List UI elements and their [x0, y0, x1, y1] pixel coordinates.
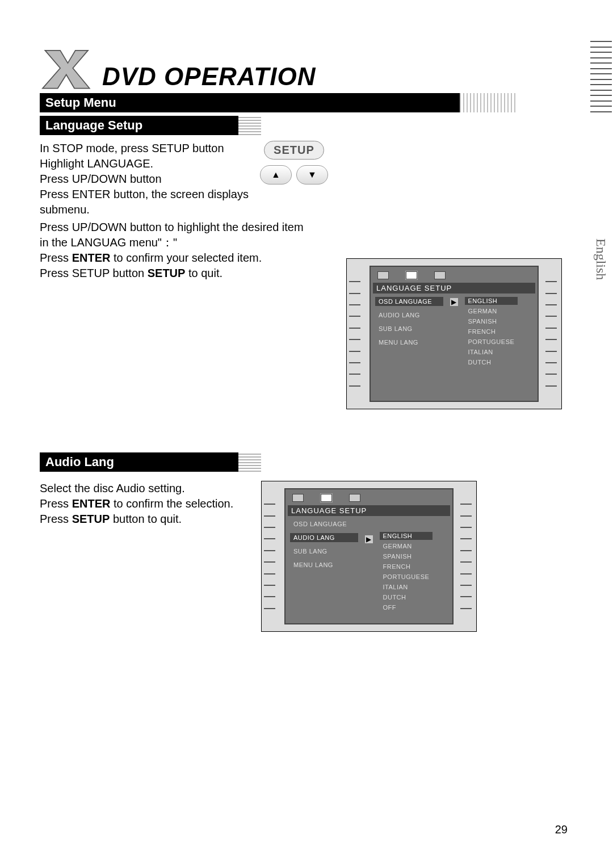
osd-right-option: PORTUGUESE: [380, 573, 433, 581]
osd-title: LANGUAGE SETUP: [373, 283, 535, 293]
setup-bold: SETUP: [148, 267, 186, 279]
osd-right-option: ITALIAN: [465, 348, 518, 356]
osd-tab-icons: [375, 270, 533, 283]
text: Press: [40, 251, 72, 264]
osd-right-option: PORTUGUESE: [465, 338, 518, 346]
text: Press SETUP button: [40, 267, 148, 279]
section2-instructions: Select the disc Audio setting. Press ENT…: [40, 481, 244, 527]
instr-line: Highlight LANGUAGE.: [40, 156, 249, 171]
setup-button-illustration: SETUP: [264, 141, 324, 160]
text: to confirm the selection.: [110, 497, 233, 510]
instr-line: Press UP/DOWN button: [40, 171, 249, 187]
text: to confirm your selected item.: [110, 251, 262, 264]
instr-line: In STOP mode, press SETUP button: [40, 141, 249, 156]
instr-line: Press UP/DOWN button to highlight the de…: [40, 220, 448, 235]
setup-menu-bar: Setup Menu: [40, 93, 460, 112]
osd-screenshot-2: LANGUAGE SETUP OSD LANGUAGEAUDIO LANGSUB…: [261, 481, 477, 632]
instr-line: submenu.: [40, 202, 249, 217]
osd-left-item: AUDIO LANG: [290, 533, 358, 542]
osd-right-arrow-icon: ▶: [450, 298, 458, 306]
osd-left-item: SUB LANG: [375, 324, 443, 333]
osd-menu-left: OSD LANGUAGEAUDIO LANGSUB LANGMENU LANG: [375, 297, 443, 366]
instr-line: Select the disc Audio setting.: [40, 481, 244, 496]
osd-right-option: ENGLISH: [380, 532, 433, 540]
osd-screenshot-1: LANGUAGE SETUP OSD LANGUAGEAUDIO LANGSUB…: [346, 258, 562, 409]
remote-buttons-illustration: SETUP ▲ ▼: [260, 141, 328, 184]
osd-tab-icon-selected: [406, 271, 417, 279]
osd-right-option: FRENCH: [465, 328, 518, 336]
text: to quit.: [185, 267, 222, 279]
osd-right-option: DUTCH: [465, 358, 518, 366]
osd-title: LANGUAGE SETUP: [288, 505, 450, 516]
instr-line: Press ENTER to confirm the selection.: [40, 496, 244, 511]
manual-page: English DVD OPERATION Setup Menu Languag…: [0, 0, 613, 868]
down-arrow-icon: ▼: [296, 165, 328, 184]
brand-logo-x-icon: [40, 45, 91, 91]
side-tab-english: English: [593, 238, 608, 280]
osd-left-item: OSD LANGUAGE: [375, 297, 443, 306]
osd-left-item: OSD LANGUAGE: [290, 519, 358, 529]
section2-body: Select the disc Audio setting. Press ENT…: [40, 481, 573, 632]
osd-tab-icon: [292, 494, 304, 502]
osd-menu-right: ENGLISHGERMANSPANISHFRENCHPORTUGUESEITAL…: [465, 297, 518, 366]
section1-instructions: In STOP mode, press SETUP button Highlig…: [40, 141, 249, 217]
arrow-buttons-row: ▲ ▼: [260, 165, 328, 184]
osd-right-option: DUTCH: [380, 593, 433, 601]
osd-left-dashes: [264, 498, 278, 614]
section-heading-audio-lang: Audio Lang: [40, 452, 238, 472]
osd-left-item: AUDIO LANG: [375, 311, 443, 320]
thumb-index-lines: [590, 40, 613, 114]
osd-columns: OSD LANGUAGEAUDIO LANGSUB LANGMENU LANG …: [375, 297, 533, 366]
osd-right-option: FRENCH: [380, 563, 433, 571]
osd-right-arrow-icon: ▶: [365, 535, 373, 543]
osd-right-option: GERMAN: [465, 307, 518, 315]
osd-tab-icon: [434, 271, 446, 279]
osd-tab-icons: [290, 493, 448, 505]
osd-tab-icon-selected: [321, 494, 332, 502]
osd-inner: LANGUAGE SETUP OSD LANGUAGEAUDIO LANGSUB…: [370, 266, 539, 402]
thumb-index: [590, 40, 613, 114]
text: Press: [40, 497, 72, 510]
osd-inner: LANGUAGE SETUP OSD LANGUAGEAUDIO LANGSUB…: [284, 488, 454, 624]
enter-bold: ENTER: [72, 497, 111, 510]
section1-body: In STOP mode, press SETUP button Highlig…: [40, 141, 573, 217]
osd-left-item: SUB LANG: [290, 547, 358, 556]
osd-right-option: ITALIAN: [380, 583, 433, 591]
osd-columns: OSD LANGUAGEAUDIO LANGSUB LANGMENU LANG …: [290, 519, 448, 611]
page-number: 29: [555, 823, 568, 836]
osd-right-option: ENGLISH: [465, 297, 518, 305]
osd-right-dashes: [545, 276, 559, 392]
up-arrow-icon: ▲: [260, 165, 292, 184]
setup-bold: SETUP: [72, 513, 110, 525]
osd-tab-icon: [349, 494, 360, 502]
section-heading-label: Language Setup: [45, 118, 142, 132]
osd-right-dashes: [460, 498, 474, 614]
instr-line: Press SETUP button to quit.: [40, 511, 244, 527]
instr-line: Press ENTER button, the screen displays: [40, 187, 249, 202]
setup-menu-label: Setup Menu: [45, 95, 116, 110]
osd-left-dashes: [349, 276, 363, 392]
instr-line: in the LANGUAG menu"：": [40, 235, 448, 250]
section-heading-language-setup: Language Setup: [40, 116, 238, 135]
osd-left-item: MENU LANG: [290, 560, 358, 569]
text: Press: [40, 513, 72, 525]
osd-right-option: SPANISH: [465, 317, 518, 325]
page-header: DVD OPERATION: [40, 45, 573, 91]
enter-bold: ENTER: [72, 251, 111, 264]
page-title: DVD OPERATION: [102, 62, 316, 91]
svg-marker-0: [43, 51, 90, 89]
osd-left-item: MENU LANG: [375, 338, 443, 347]
text: button to quit.: [110, 513, 182, 525]
osd-right-option: SPANISH: [380, 552, 433, 560]
osd-menu-right: ENGLISHGERMANSPANISHFRENCHPORTUGUESEITAL…: [380, 532, 433, 611]
osd-tab-icon: [377, 271, 389, 279]
osd-right-option: OFF: [380, 603, 433, 611]
section-heading-label: Audio Lang: [45, 455, 114, 469]
osd-right-option: GERMAN: [380, 542, 433, 550]
osd-menu-left: OSD LANGUAGEAUDIO LANGSUB LANGMENU LANG: [290, 519, 358, 611]
